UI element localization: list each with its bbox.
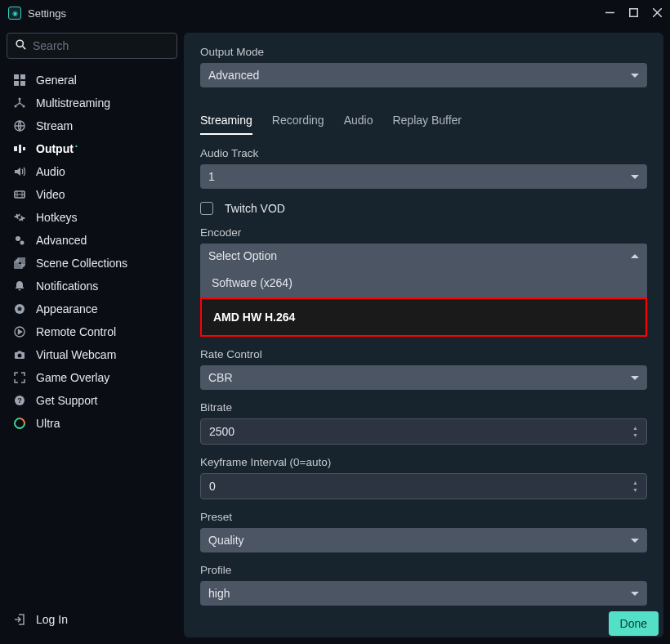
spinner-up-icon[interactable]: ▲ xyxy=(632,425,638,431)
sidebar-item-video[interactable]: Video xyxy=(7,183,177,206)
spinner-down-icon[interactable]: ▼ xyxy=(632,432,638,438)
gears-icon xyxy=(13,234,26,247)
sidebar-item-notifications[interactable]: Notifications xyxy=(7,275,177,297)
ultra-icon xyxy=(13,417,26,430)
svg-rect-9 xyxy=(20,81,25,86)
sidebar-item-get-support[interactable]: ? Get Support xyxy=(7,389,177,412)
svg-point-19 xyxy=(20,241,25,245)
svg-rect-14 xyxy=(14,146,17,151)
search-input[interactable] xyxy=(7,33,177,59)
search-icon xyxy=(16,39,26,52)
login-icon xyxy=(13,613,26,626)
sidebar-item-label: Output xyxy=(36,142,78,155)
sidebar-item-label: Virtual Webcam xyxy=(36,348,116,361)
sidebar-item-label: Appearance xyxy=(36,302,98,315)
encoder-label: Encoder xyxy=(200,226,647,239)
titlebar: ◉ Settings xyxy=(0,0,670,26)
video-icon xyxy=(13,188,26,201)
expand-icon xyxy=(13,371,26,384)
sidebar-item-label: Audio xyxy=(36,165,65,178)
minimize-icon[interactable] xyxy=(605,7,614,20)
sidebar-item-multistreaming[interactable]: Multistreaming xyxy=(7,92,177,114)
close-icon[interactable] xyxy=(653,7,662,20)
chevron-down-icon xyxy=(631,376,639,380)
login-label: Log In xyxy=(36,613,68,626)
tab-replay-buffer[interactable]: Replay Buffer xyxy=(392,107,462,135)
svg-point-24 xyxy=(18,307,22,311)
audio-track-select[interactable]: 1 xyxy=(200,164,647,189)
sidebar-item-label: Get Support xyxy=(36,394,98,407)
svg-rect-16 xyxy=(23,147,25,150)
search-field[interactable] xyxy=(33,39,168,52)
sidebar: General Multistreaming Stream Output Aud… xyxy=(0,26,184,644)
encoder-option-amd[interactable]: AMD HW H.264 xyxy=(200,297,647,337)
sidebar-item-label: General xyxy=(36,74,77,87)
sidebar-item-label: Multistreaming xyxy=(36,96,110,110)
sidebar-item-stream[interactable]: Stream xyxy=(7,114,177,137)
sidebar-item-output[interactable]: Output xyxy=(7,137,177,160)
sidebar-item-remote-control[interactable]: Remote Control xyxy=(7,320,177,343)
maximize-icon[interactable] xyxy=(629,7,638,20)
svg-rect-1 xyxy=(630,8,638,16)
done-button[interactable]: Done xyxy=(609,611,659,636)
output-mode-label: Output Mode xyxy=(200,46,647,58)
tab-recording[interactable]: Recording xyxy=(272,107,324,135)
multistream-icon xyxy=(13,96,26,110)
svg-rect-8 xyxy=(14,81,19,86)
svg-line-5 xyxy=(23,47,26,50)
sidebar-item-advanced[interactable]: Advanced xyxy=(7,229,177,252)
profile-select[interactable]: high xyxy=(200,581,647,606)
output-mode-select[interactable]: Advanced xyxy=(200,63,647,87)
sidebar-item-ultra[interactable]: Ultra xyxy=(7,412,177,435)
spinner-up-icon[interactable]: ▲ xyxy=(632,480,638,485)
preset-select[interactable]: Quality xyxy=(200,528,647,552)
window-title: Settings xyxy=(28,7,66,20)
sidebar-item-label: Stream xyxy=(36,119,73,132)
login-button[interactable]: Log In xyxy=(7,608,177,631)
sidebar-item-general[interactable]: General xyxy=(7,69,177,92)
rate-control-select[interactable]: CBR xyxy=(200,365,647,390)
sidebar-item-virtual-webcam[interactable]: Virtual Webcam xyxy=(7,343,177,366)
twitch-vod-label: Twitch VOD xyxy=(225,202,285,215)
encoder-option-software[interactable]: Software (x264) xyxy=(200,268,647,297)
sidebar-item-scene-collections[interactable]: Scene Collections xyxy=(7,252,177,275)
chevron-down-icon xyxy=(631,175,639,179)
bell-icon xyxy=(13,280,26,293)
sidebar-item-label: Game Overlay xyxy=(36,371,109,384)
app-icon: ◉ xyxy=(8,7,21,20)
keyframe-label: Keyframe Interval (0=auto) xyxy=(200,456,647,468)
sidebar-item-label: Video xyxy=(36,188,65,201)
sidebar-item-label: Hotkeys xyxy=(36,211,78,224)
content-panel: Output Mode Advanced Streaming Recording… xyxy=(184,33,663,637)
select-value: CBR xyxy=(208,371,233,384)
grid-icon xyxy=(13,74,26,87)
select-value: 1 xyxy=(208,170,215,183)
tab-streaming[interactable]: Streaming xyxy=(200,107,252,135)
play-icon xyxy=(13,325,26,338)
profile-label: Profile xyxy=(200,564,647,576)
sidebar-item-game-overlay[interactable]: Game Overlay xyxy=(7,366,177,389)
sidebar-item-appearance[interactable]: Appearance xyxy=(7,297,177,320)
svg-rect-15 xyxy=(19,145,21,153)
sidebar-item-label: Scene Collections xyxy=(36,257,127,270)
sidebar-item-label: Remote Control xyxy=(36,325,116,338)
speaker-icon xyxy=(13,165,26,178)
preset-label: Preset xyxy=(200,511,647,523)
bitrate-label: Bitrate xyxy=(200,401,647,414)
svg-rect-6 xyxy=(14,74,19,79)
collections-icon xyxy=(13,257,26,270)
globe-icon xyxy=(13,119,26,132)
spinner-down-icon[interactable]: ▼ xyxy=(632,487,638,493)
twitch-vod-checkbox[interactable] xyxy=(200,202,213,215)
rate-control-label: Rate Control xyxy=(200,348,647,360)
sidebar-item-hotkeys[interactable]: Hotkeys xyxy=(7,206,177,229)
camera-icon xyxy=(13,348,26,361)
select-placeholder: Select Option xyxy=(208,249,277,262)
keyframe-input[interactable]: 0 ▲ ▼ xyxy=(200,473,647,499)
sidebar-item-label: Notifications xyxy=(36,280,98,293)
svg-point-4 xyxy=(16,40,23,47)
encoder-select[interactable]: Select Option Software (x264) AMD HW H.2… xyxy=(200,244,647,337)
bitrate-input[interactable]: 2500 ▲ ▼ xyxy=(200,418,647,445)
sidebar-item-audio[interactable]: Audio xyxy=(7,160,177,183)
tab-audio[interactable]: Audio xyxy=(344,107,373,135)
